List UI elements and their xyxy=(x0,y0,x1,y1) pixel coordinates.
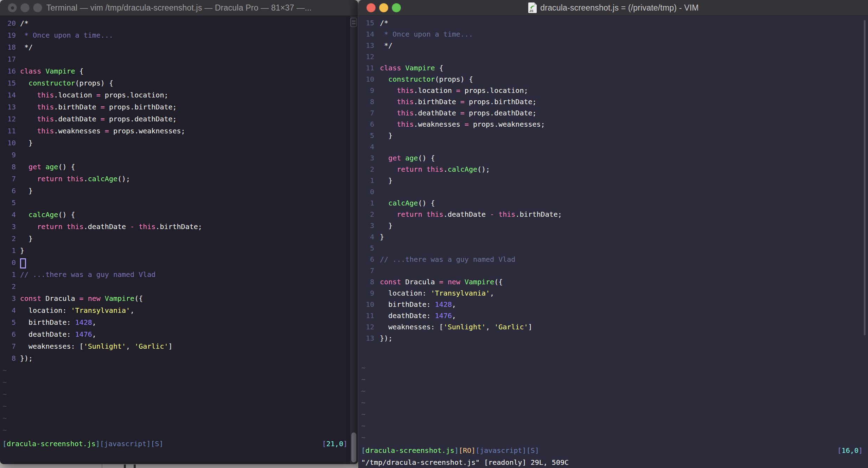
line-number: 2 xyxy=(359,209,374,220)
empty-buffer-region: ~~~~~~ xyxy=(0,364,358,436)
code-line[interactable]: 4 calcAge() { xyxy=(0,209,358,221)
code-line[interactable]: 14 * Once upon a time... xyxy=(359,29,868,40)
code-line[interactable]: 8}); xyxy=(0,352,358,364)
code-line[interactable]: 6 deathDate: 1476, xyxy=(0,328,358,340)
code-line[interactable]: 12 this.deathDate = props.deathDate; xyxy=(0,113,358,125)
code-line[interactable]: 10 birthDate: 1428, xyxy=(359,299,868,310)
code-line[interactable]: 2 return this.deathDate - this.birthDate… xyxy=(359,209,868,220)
empty-buffer-tilde: ~ xyxy=(361,397,868,409)
line-number: 9 xyxy=(359,85,374,96)
code-line[interactable]: 1} xyxy=(0,245,358,257)
code-line[interactable]: 2 } xyxy=(0,233,358,245)
code-text: this.birthDate = props.birthDate; xyxy=(20,101,177,113)
code-line[interactable]: 11 this.weaknesses = props.weaknesses; xyxy=(0,125,358,137)
scrollbar-thumb[interactable] xyxy=(864,20,866,335)
zoom-button[interactable] xyxy=(33,3,42,12)
line-number: 19 xyxy=(0,29,16,41)
split-pane-icon[interactable] xyxy=(350,18,357,27)
code-line[interactable]: 1 calcAge() { xyxy=(359,197,868,209)
code-line[interactable]: 4} xyxy=(359,231,868,242)
code-line[interactable]: 6 } xyxy=(0,185,358,197)
code-line[interactable]: 4 xyxy=(359,141,868,152)
line-number: 3 xyxy=(0,292,16,304)
code-text: * Once upon a time... xyxy=(380,29,473,40)
line-number: 16 xyxy=(0,65,16,77)
line-number: 7 xyxy=(359,107,374,119)
line-number: 5 xyxy=(359,130,374,141)
line-number: 1 xyxy=(359,197,374,209)
code-line[interactable]: 12 xyxy=(359,51,868,62)
line-number: 2 xyxy=(359,164,374,175)
code-line[interactable]: 5 xyxy=(0,197,358,209)
code-line[interactable]: 18 */ xyxy=(0,41,358,53)
code-line[interactable]: 15/* xyxy=(359,17,868,29)
line-number: 4 xyxy=(359,231,374,242)
code-line[interactable]: 13}); xyxy=(359,333,868,344)
code-line[interactable]: 17 xyxy=(0,53,358,65)
line-number: 5 xyxy=(359,242,374,254)
empty-buffer-tilde: ~ xyxy=(2,424,358,436)
code-line[interactable]: 7 weaknesses: ['Sunlight', 'Garlic'] xyxy=(0,340,358,352)
code-line[interactable]: 7 xyxy=(359,265,868,276)
code-line[interactable]: 20/* xyxy=(0,17,358,29)
code-line[interactable]: 2 return this.calcAge(); xyxy=(359,164,868,175)
close-button[interactable] xyxy=(8,3,17,12)
macvim-titlebar[interactable]: JS dracula-screenshot.js = (/private/tmp… xyxy=(359,0,868,16)
code-line[interactable]: 16class Vampire { xyxy=(0,65,358,77)
code-line[interactable]: 15 constructor(props) { xyxy=(0,77,358,89)
code-line[interactable]: 8 get age() { xyxy=(0,161,358,173)
code-line[interactable]: 0 xyxy=(0,257,358,268)
terminal-content[interactable]: 20/*19 * Once upon a time...18 */1716cla… xyxy=(0,16,358,464)
line-number: 7 xyxy=(0,173,16,185)
code-line[interactable]: 3const Dracula = new Vampire({ xyxy=(0,292,358,304)
code-line[interactable]: 7 this.deathDate = props.deathDate; xyxy=(359,107,868,119)
code-line[interactable]: 13 */ xyxy=(359,40,868,51)
code-line[interactable]: 6// ...there was a guy named Vlad xyxy=(359,254,868,265)
zoom-button[interactable] xyxy=(392,3,401,12)
code-line[interactable]: 5 } xyxy=(359,130,868,141)
code-line[interactable]: 3 } xyxy=(359,220,868,231)
code-line[interactable]: 9 this.location = props.location; xyxy=(359,85,868,96)
code-line[interactable]: 4 location: 'Transylvania', xyxy=(0,304,358,316)
code-line[interactable]: 19 * Once upon a time... xyxy=(0,29,358,41)
line-number: 8 xyxy=(0,161,16,173)
macvim-content[interactable]: 15/*14 * Once upon a time...13 */1211cla… xyxy=(359,16,868,468)
close-button[interactable] xyxy=(366,3,376,12)
code-line[interactable]: 8 this.birthDate = props.birthDate; xyxy=(359,96,868,107)
code-line[interactable]: 10 } xyxy=(0,137,358,149)
code-line[interactable]: 10 constructor(props) { xyxy=(359,74,868,85)
code-line[interactable]: 5 xyxy=(359,242,868,254)
line-number: 14 xyxy=(0,89,16,101)
line-number: 7 xyxy=(0,340,16,352)
code-line[interactable]: 3 return this.deathDate - this.birthDate… xyxy=(0,221,358,233)
scrollbar-track[interactable] xyxy=(350,16,358,464)
code-text: location: 'Transylvania', xyxy=(20,304,134,316)
code-line[interactable]: 14 this.location = props.location; xyxy=(0,89,358,101)
minimize-button[interactable] xyxy=(20,3,30,12)
code-line[interactable]: 1// ...there was a guy named Vlad xyxy=(0,268,358,280)
empty-buffer-tilde: ~ xyxy=(361,374,868,385)
code-line[interactable]: 11class Vampire { xyxy=(359,62,868,74)
code-line[interactable]: 0 xyxy=(359,186,868,197)
line-number: 13 xyxy=(359,40,374,51)
code-line[interactable]: 6 this.weaknesses = props.weaknesses; xyxy=(359,119,868,130)
minimize-button[interactable] xyxy=(379,3,388,12)
code-line[interactable]: 1 } xyxy=(359,175,868,186)
code-line[interactable]: 11 deathDate: 1476, xyxy=(359,310,868,321)
empty-buffer-tilde: ~ xyxy=(2,412,358,424)
code-text: // ...there was a guy named Vlad xyxy=(20,268,155,280)
code-line[interactable]: 8const Dracula = new Vampire({ xyxy=(359,276,868,287)
code-line[interactable]: 7 return this.calcAge(); xyxy=(0,173,358,185)
code-line[interactable]: 2 xyxy=(0,280,358,292)
code-buffer[interactable]: 15/*14 * Once upon a time...13 */1211cla… xyxy=(359,16,868,344)
code-line[interactable]: 3 get age() { xyxy=(359,152,868,164)
terminal-titlebar[interactable]: Terminal — vim /tmp/dracula-screenshot.j… xyxy=(0,0,358,16)
code-line[interactable]: 9 xyxy=(0,149,358,161)
code-line[interactable]: 12 weaknesses: ['Sunlight', 'Garlic'] xyxy=(359,321,868,333)
scrollbar-thumb[interactable] xyxy=(351,432,356,462)
code-line[interactable]: 13 this.birthDate = props.birthDate; xyxy=(0,101,358,113)
vim-commandline: "/tmp/dracula-screenshot.js" [readonly] … xyxy=(361,456,569,468)
code-line[interactable]: 9 location: 'Transylvania', xyxy=(359,287,868,299)
code-line[interactable]: 5 birthDate: 1428, xyxy=(0,316,358,328)
code-buffer[interactable]: 20/*19 * Once upon a time...18 */1716cla… xyxy=(0,16,358,364)
